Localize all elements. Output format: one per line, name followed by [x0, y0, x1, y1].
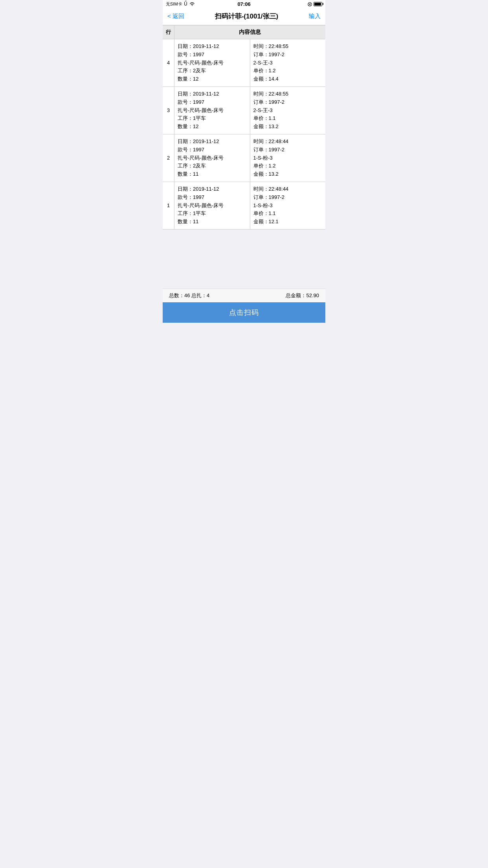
cell-right: 时间：22:48:44订单：1997-21-S-粉-3单价：1.2金额：13.2 [250, 134, 326, 182]
status-time: 07:06 [237, 1, 250, 7]
cell-right: 时间：22:48:44订单：1997-21-S-粉-3单价：1.1金额：12.1 [250, 182, 326, 229]
battery-icon [314, 2, 322, 6]
empty-area [163, 230, 325, 289]
cell-right: 时间：22:48:55订单：1997-22-S-王-3单价：1.2金额：14.4 [250, 39, 326, 86]
battery-fill [314, 3, 321, 6]
input-button[interactable]: 输入 [309, 13, 321, 20]
cell-left: 日期：2019-11-12款号：1997扎号-尺码-颜色-床号工序：1平车数量：… [174, 182, 250, 229]
back-button[interactable]: < 返回 [167, 13, 184, 20]
row-number: 1 [163, 182, 174, 229]
data-table: 行 内容信息 4日期：2019-11-12款号：1997扎号-尺码-颜色-床号工… [163, 25, 325, 230]
table-header: 行 内容信息 [163, 25, 325, 39]
carrier-text: 无SIM卡 [166, 1, 182, 7]
status-bar: 无SIM卡 Ǘ 07:06 ⨂ [163, 0, 325, 8]
header-content-label: 内容信息 [174, 26, 325, 39]
wifi-icon: Ǘ [184, 1, 187, 7]
row-number: 4 [163, 39, 174, 86]
row-content: 日期：2019-11-12款号：1997扎号-尺码-颜色-床号工序：2及车数量：… [174, 39, 325, 86]
row-number: 3 [163, 87, 174, 134]
cell-left: 日期：2019-11-12款号：1997扎号-尺码-颜色-床号工序：2及车数量：… [174, 134, 250, 182]
table-row: 1日期：2019-11-12款号：1997扎号-尺码-颜色-床号工序：1平车数量… [163, 182, 325, 230]
location-icon: ⨂ [308, 2, 312, 7]
row-content: 日期：2019-11-12款号：1997扎号-尺码-颜色-床号工序：1平车数量：… [174, 87, 325, 134]
scan-button[interactable]: 点击扫码 [163, 302, 325, 323]
footer-total-amount: 总金额：52.90 [286, 292, 319, 299]
page-title: 扫码计菲-(1001/张三) [215, 12, 279, 21]
row-number: 2 [163, 134, 174, 182]
status-left: 无SIM卡 Ǘ [166, 1, 195, 7]
header-row-label: 行 [163, 26, 174, 39]
cell-left: 日期：2019-11-12款号：1997扎号-尺码-颜色-床号工序：1平车数量：… [174, 87, 250, 134]
nav-bar: < 返回 扫码计菲-(1001/张三) 输入 [163, 8, 325, 25]
row-content: 日期：2019-11-12款号：1997扎号-尺码-颜色-床号工序：2及车数量：… [174, 134, 325, 182]
footer-bar: 总数：46 总扎：4 总金额：52.90 [163, 289, 325, 302]
wifi-signal-icon [189, 2, 195, 6]
status-right: ⨂ [308, 2, 322, 7]
table-rows: 4日期：2019-11-12款号：1997扎号-尺码-颜色-床号工序：2及车数量… [163, 39, 325, 230]
cell-left: 日期：2019-11-12款号：1997扎号-尺码-颜色-床号工序：2及车数量：… [174, 39, 250, 86]
footer-total-count: 总数：46 总扎：4 [169, 292, 209, 299]
table-row: 2日期：2019-11-12款号：1997扎号-尺码-颜色-床号工序：2及车数量… [163, 134, 325, 182]
table-row: 3日期：2019-11-12款号：1997扎号-尺码-颜色-床号工序：1平车数量… [163, 87, 325, 134]
cell-right: 时间：22:48:55订单：1997-22-S-王-3单价：1.1金额：13.2 [250, 87, 326, 134]
row-content: 日期：2019-11-12款号：1997扎号-尺码-颜色-床号工序：1平车数量：… [174, 182, 325, 229]
table-row: 4日期：2019-11-12款号：1997扎号-尺码-颜色-床号工序：2及车数量… [163, 39, 325, 87]
